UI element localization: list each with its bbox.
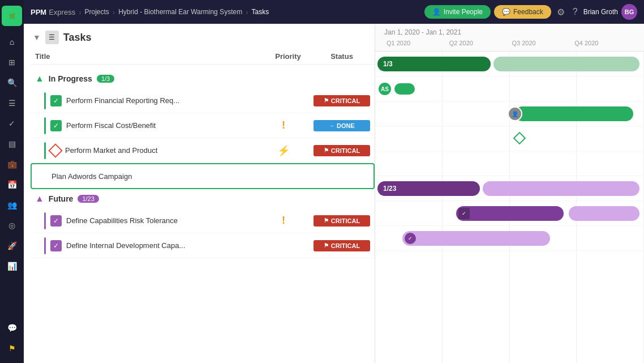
gantt-task2-icon: ✓ <box>405 233 416 244</box>
gantt-bar-future-light <box>483 181 639 196</box>
users-icon[interactable]: 👥 <box>3 196 21 214</box>
menu-icon[interactable]: ☰ <box>3 94 21 112</box>
feedback-button[interactable]: 💬 Feedback <box>494 5 551 19</box>
icon-rail: 🌿 ⌂ ⊞ 🔍 ☰ ✓ ▤ 💼 📅 👥 ◎ 🚀 📊 💬 ⚑ <box>0 0 24 363</box>
gantt-bar-task2: 👤 <box>515 106 633 121</box>
task-name: Perform Financial Reporting Req... <box>66 96 254 105</box>
status-badge: ⚑ CRITICAL <box>314 95 370 106</box>
calendar-icon[interactable]: 📅 <box>3 176 21 194</box>
chart-icon[interactable]: 📊 <box>3 257 21 275</box>
status-badge: ⚑ CRITICAL <box>314 145 370 156</box>
brand-ppm: PPM <box>31 8 46 16</box>
nav-tasks[interactable]: Tasks <box>251 8 269 16</box>
quarter-q2: Q2 2020 <box>447 40 510 46</box>
page-title: Tasks <box>63 32 92 44</box>
gantt-bar-label: 1/3 <box>383 60 393 68</box>
gantt-row-future-summary: 1/23 <box>375 176 644 201</box>
feedback-icon: 💬 <box>502 8 510 16</box>
priority-cell: ⚡ <box>258 144 309 157</box>
notification-icon[interactable]: 💬 <box>3 319 21 337</box>
nav-sep-1: › <box>79 8 81 16</box>
panel-header: ▼ ☰ Tasks <box>31 31 375 44</box>
gantt-bar-inprogress-light <box>493 57 639 71</box>
task-row-editing: Plan Adwords Campaign <box>31 163 375 189</box>
main-content: ▼ ☰ Tasks Title Priority Status ▲ In Pro… <box>24 24 644 363</box>
task-checkbox[interactable]: ✓ <box>50 120 62 131</box>
task-indicator <box>44 117 46 134</box>
home-icon[interactable]: ⌂ <box>3 33 21 51</box>
top-nav: PPM Express › Projects › Hybrid - Biothe… <box>24 0 644 24</box>
gantt-avatar-task2: 👤 <box>508 106 522 121</box>
nav-sep-2: › <box>113 8 115 16</box>
column-headers: Title Priority Status <box>31 52 375 65</box>
task-indicator <box>44 212 46 229</box>
tasks-icon: ☰ <box>45 31 59 44</box>
user-initials: BG <box>625 8 634 15</box>
nav-projects[interactable]: Projects <box>84 8 109 16</box>
nav-project-name[interactable]: Hybrid - Biothermal Ear Warming System <box>118 8 242 16</box>
critical-icon: ⚑ <box>324 217 329 224</box>
group-badge-future: 1/23 <box>78 195 98 203</box>
feedback-label: Feedback <box>513 8 543 16</box>
quarter-q3: Q3 2020 <box>510 40 573 46</box>
group-inprogress-header[interactable]: ▲ In Progress 1/3 <box>31 69 375 88</box>
task-name-editing[interactable]: Plan Adwords Campaign <box>51 172 252 181</box>
check-icon[interactable]: ✓ <box>3 114 21 133</box>
grid-icon[interactable]: ⊞ <box>3 53 21 71</box>
target-icon[interactable]: ◎ <box>3 216 21 234</box>
invite-people-button[interactable]: 👤 Invite People <box>424 5 491 19</box>
priority-cell: ! <box>258 119 309 131</box>
help-icon[interactable]: ? <box>570 5 580 19</box>
gantt-diamond-task3 <box>513 132 526 145</box>
user-avatar: BG <box>621 4 637 20</box>
critical-icon: ⚑ <box>324 97 329 104</box>
gantt-header: Jan 1, 2020 - Jan 1, 2021 Q1 2020 Q2 202… <box>375 24 644 52</box>
task-checkbox[interactable]: ✓ <box>50 95 62 106</box>
collapse-button[interactable]: ▼ <box>33 33 41 42</box>
task-indicator <box>44 92 46 109</box>
task-checkbox[interactable] <box>48 143 62 157</box>
gantt-bar-future-dark: 1/23 <box>377 181 480 196</box>
flag-icon[interactable]: ⚑ <box>3 339 21 357</box>
layers-icon[interactable]: ▤ <box>3 135 21 153</box>
gantt-panel: Jan 1, 2020 - Jan 1, 2021 Q1 2020 Q2 202… <box>375 24 644 363</box>
brand-express: Express <box>49 8 75 16</box>
col-title-header: Title <box>35 52 263 61</box>
status-label: CRITICAL <box>331 147 360 154</box>
gantt-row-future-task1: ✓ <box>375 201 644 226</box>
status-badge: → DONE <box>314 120 370 131</box>
user-menu[interactable]: Brian Groth BG <box>583 4 637 20</box>
briefcase-icon[interactable]: 💼 <box>3 155 21 173</box>
task-checkbox[interactable]: ✓ <box>50 215 62 227</box>
task-name: Perform Fiscal Cost/Benefit <box>66 121 254 130</box>
group-arrow-future: ▲ <box>35 194 44 204</box>
user-name: Brian Groth <box>583 8 618 16</box>
task-indicator <box>44 142 46 159</box>
gantt-bar-future-task2: ✓ <box>402 231 550 246</box>
task-checkbox[interactable]: ✓ <box>50 240 62 251</box>
task-row: Perform Market and Product ⚡ ⚑ CRITICAL <box>31 138 375 163</box>
group-name-inprogress: In Progress <box>49 74 92 83</box>
critical-icon: ⚑ <box>324 147 329 153</box>
rocket-icon[interactable]: 🚀 <box>3 237 21 255</box>
search-icon[interactable]: 🔍 <box>3 74 21 92</box>
task-name: Define Capabilities Risk Tolerance <box>66 216 254 225</box>
gantt-avatar-as: AS <box>377 82 392 96</box>
gantt-quarters: Q1 2020 Q2 2020 Q3 2020 Q4 2020 <box>384 40 635 46</box>
group-future-header[interactable]: ▲ Future 1/23 <box>31 189 375 208</box>
content-area: ▼ ☰ Tasks Title Priority Status ▲ In Pro… <box>24 24 644 363</box>
col-status-header: Status <box>314 52 370 61</box>
col-priority-header: Priority <box>263 52 314 61</box>
group-badge-inprogress: 1/3 <box>97 75 114 83</box>
settings-icon[interactable]: ⚙ <box>555 5 567 20</box>
task-name: Perform Market and Product <box>65 146 254 155</box>
app-logo[interactable]: 🌿 <box>2 6 22 26</box>
priority-cell: ! <box>258 215 309 227</box>
gantt-row-future-task2: ✓ <box>375 226 644 251</box>
gantt-bar-future-task1: ✓ <box>456 206 564 221</box>
gantt-task-icon: ✓ <box>458 208 470 219</box>
gantt-row-task2: 👤 <box>375 101 644 126</box>
invite-icon: 👤 <box>432 8 441 16</box>
gantt-row-inprogress-summary: 1/3 <box>375 52 644 76</box>
gantt-body: 1/3 AS 👤 <box>375 52 644 363</box>
